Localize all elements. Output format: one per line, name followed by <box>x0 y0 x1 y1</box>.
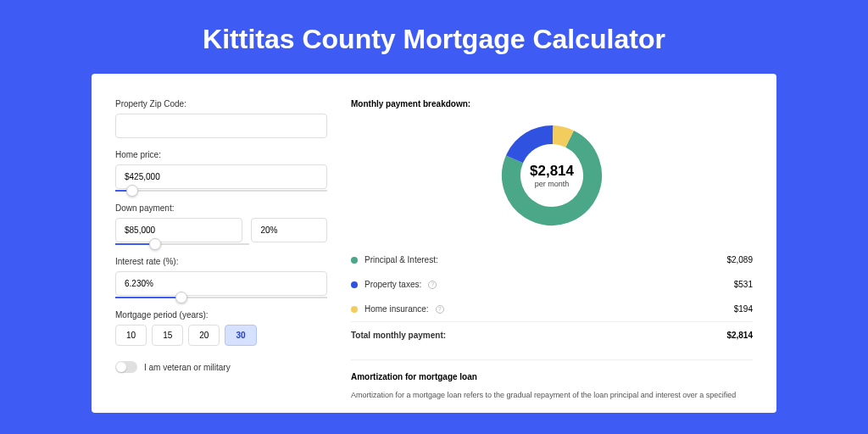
rate-slider-thumb[interactable] <box>175 292 187 303</box>
legend-principal: Principal & Interest: $2,089 <box>351 248 753 272</box>
period-30-button[interactable]: 30 <box>225 325 256 346</box>
legend-value: $531 <box>734 280 753 289</box>
rate-label: Interest rate (%): <box>115 257 327 266</box>
legend-label: Home insurance: <box>364 304 429 314</box>
legend-label: Principal & Interest: <box>364 255 438 264</box>
down-slider-thumb[interactable] <box>149 238 161 250</box>
donut-sub: per month <box>530 180 574 188</box>
donut-center: $2,814 per month <box>530 163 574 188</box>
rate-input[interactable] <box>115 271 327 296</box>
rate-slider-fill <box>115 297 181 298</box>
donut-amount: $2,814 <box>530 163 574 180</box>
page-title: Kittitas County Mortgage Calculator <box>0 0 868 74</box>
amort-text: Amortization for a mortgage loan refers … <box>351 390 753 401</box>
legend-value: $2,089 <box>726 255 753 264</box>
price-input[interactable] <box>115 164 327 189</box>
period-10-button[interactable]: 10 <box>115 325 147 346</box>
legend-value: $194 <box>734 304 753 314</box>
price-label: Home price: <box>115 150 327 159</box>
down-amount-input[interactable] <box>115 218 242 242</box>
dot-icon <box>351 306 358 313</box>
legend-insurance: Home insurance: ? $194 <box>351 297 753 321</box>
down-label: Down payment: <box>115 203 327 213</box>
donut-chart: $2,814 per month <box>351 124 753 227</box>
total-value: $2,814 <box>726 331 753 340</box>
toggle-handle <box>116 362 126 372</box>
amortization-section: Amortization for mortgage loan Amortizat… <box>351 359 753 401</box>
dot-icon <box>351 257 358 264</box>
period-options: 10 15 20 30 <box>115 325 327 346</box>
down-pct-input[interactable] <box>251 218 327 242</box>
period-15-button[interactable]: 15 <box>152 325 183 346</box>
veteran-label: I am veteran or military <box>144 363 231 372</box>
amort-title: Amortization for mortgage loan <box>351 372 753 381</box>
legend-label: Property taxes: <box>364 280 421 289</box>
legend-taxes: Property taxes: ? $531 <box>351 272 753 297</box>
period-label: Mortgage period (years): <box>115 310 327 320</box>
dot-icon <box>351 281 358 288</box>
rate-group: Interest rate (%): <box>115 257 327 298</box>
calculator-card: Property Zip Code: Home price: Down paym… <box>92 74 776 413</box>
price-slider[interactable] <box>115 190 327 192</box>
zip-label: Property Zip Code: <box>115 99 327 108</box>
total-label: Total monthly payment: <box>351 331 446 340</box>
price-group: Home price: <box>115 150 327 192</box>
breakdown-title: Monthly payment breakdown: <box>351 99 753 108</box>
form-column: Property Zip Code: Home price: Down paym… <box>115 99 327 413</box>
info-icon[interactable]: ? <box>436 305 444 314</box>
rate-slider[interactable] <box>115 297 327 298</box>
period-20-button[interactable]: 20 <box>188 325 220 346</box>
down-group: Down payment: <box>115 203 327 245</box>
zip-input[interactable] <box>115 114 327 138</box>
down-slider[interactable] <box>115 243 249 245</box>
price-slider-thumb[interactable] <box>126 185 138 197</box>
period-group: Mortgage period (years): 10 15 20 30 <box>115 310 327 346</box>
zip-group: Property Zip Code: <box>115 99 327 138</box>
veteran-toggle[interactable] <box>115 361 137 373</box>
legend-total: Total monthly payment: $2,814 <box>351 321 753 348</box>
breakdown-column: Monthly payment breakdown: $2,814 per mo… <box>351 99 753 413</box>
veteran-row: I am veteran or military <box>115 361 327 373</box>
info-icon[interactable]: ? <box>428 281 437 289</box>
